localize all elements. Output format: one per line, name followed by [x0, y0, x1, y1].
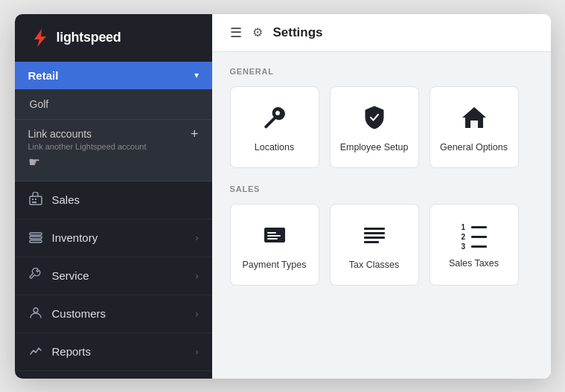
general-options-card[interactable]: General Options — [430, 86, 519, 168]
sidebar-item-golf[interactable]: Golf — [15, 89, 212, 119]
svg-rect-11 — [470, 121, 478, 128]
sidebar-item-customers[interactable]: Customers › — [15, 295, 212, 333]
link-accounts-sublabel: Link another Lightspeed account — [28, 142, 199, 151]
svg-rect-1 — [30, 196, 42, 205]
svg-rect-4 — [32, 202, 36, 203]
reports-label: Reports — [52, 345, 92, 358]
cursor-icon: ☛ — [28, 154, 199, 170]
svg-rect-13 — [267, 232, 276, 234]
sales-section-label: SALES — [230, 184, 533, 193]
app-logo-text: lightspeed — [57, 30, 121, 45]
sidebar-item-sales[interactable]: Sales — [15, 181, 212, 219]
golf-label: Golf — [30, 98, 49, 110]
sidebar: lightspeed Retail ▾ Golf Link accounts +… — [15, 14, 212, 379]
plus-icon: + — [191, 127, 199, 141]
dropdown-submenu: Golf — [15, 89, 212, 120]
wrench-icon — [261, 104, 288, 135]
svg-rect-6 — [30, 237, 42, 239]
svg-rect-19 — [364, 241, 379, 243]
svg-point-9 — [275, 111, 280, 115]
sales-taxes-icon: 1 2 3 — [462, 224, 487, 251]
svg-rect-18 — [364, 237, 385, 239]
customers-chevron-icon: › — [196, 309, 199, 319]
svg-rect-7 — [30, 240, 42, 242]
sales-icon — [28, 192, 43, 208]
locations-card[interactable]: Locations — [230, 86, 319, 168]
sales-taxes-card[interactable]: 1 2 3 Sa — [430, 204, 519, 286]
reports-chevron-icon: › — [196, 347, 199, 357]
svg-rect-17 — [364, 232, 385, 234]
reports-icon — [28, 344, 43, 360]
shield-icon — [361, 104, 388, 135]
customers-label: Customers — [52, 307, 106, 320]
svg-point-8 — [33, 308, 38, 312]
inventory-chevron-icon: › — [196, 233, 199, 243]
inventory-icon — [28, 230, 43, 246]
general-options-label: General Options — [440, 142, 508, 152]
main-content: ☰ ⚙ Settings GENERAL Locations — [212, 14, 551, 379]
svg-rect-15 — [267, 238, 278, 240]
sales-cards-row: Payment Types Tax Classes — [230, 204, 533, 286]
service-icon — [28, 268, 43, 284]
general-section-label: GENERAL — [230, 67, 533, 76]
svg-rect-16 — [364, 228, 385, 230]
payment-types-card[interactable]: Payment Types — [230, 204, 319, 286]
sidebar-item-service[interactable]: Service › — [15, 257, 212, 295]
service-chevron-icon: › — [196, 271, 199, 281]
payment-types-icon — [261, 222, 288, 252]
link-accounts-label: Link accounts — [28, 128, 92, 140]
link-accounts-item[interactable]: Link accounts + Link another Lightspeed … — [15, 120, 212, 181]
service-label: Service — [52, 269, 89, 282]
page-title: Settings — [273, 25, 323, 40]
settings-body: GENERAL Locations — [212, 52, 551, 379]
svg-rect-5 — [30, 233, 42, 235]
hamburger-icon[interactable]: ☰ — [230, 25, 242, 41]
main-header: ☰ ⚙ Settings — [212, 14, 551, 52]
sales-taxes-label: Sales Taxes — [449, 258, 499, 269]
svg-marker-0 — [34, 29, 46, 47]
svg-rect-2 — [32, 199, 33, 200]
sales-label: Sales — [52, 193, 80, 206]
svg-rect-14 — [267, 235, 281, 237]
general-cards-row: Locations Employee Setup — [230, 86, 533, 168]
retail-label: Retail — [28, 69, 59, 82]
sidebar-logo: lightspeed — [15, 14, 212, 62]
payment-types-label: Payment Types — [243, 260, 307, 270]
lightspeed-logo-icon — [30, 28, 51, 48]
sidebar-item-inventory[interactable]: Inventory › — [15, 219, 212, 257]
customers-icon — [28, 306, 43, 322]
sidebar-item-reports[interactable]: Reports › — [15, 333, 212, 371]
retail-dropdown[interactable]: Retail ▾ — [15, 62, 212, 89]
employee-setup-label: Employee Setup — [340, 142, 409, 152]
employee-setup-card[interactable]: Employee Setup — [330, 86, 419, 168]
house-icon — [461, 104, 488, 135]
settings-gear-icon: ⚙ — [252, 25, 263, 39]
inventory-label: Inventory — [52, 231, 98, 244]
locations-label: Locations — [255, 142, 295, 152]
svg-rect-3 — [35, 199, 36, 200]
tax-classes-icon — [361, 222, 388, 252]
chevron-down-icon: ▾ — [194, 70, 199, 80]
tax-classes-label: Tax Classes — [349, 260, 399, 270]
tax-classes-card[interactable]: Tax Classes — [330, 204, 419, 286]
